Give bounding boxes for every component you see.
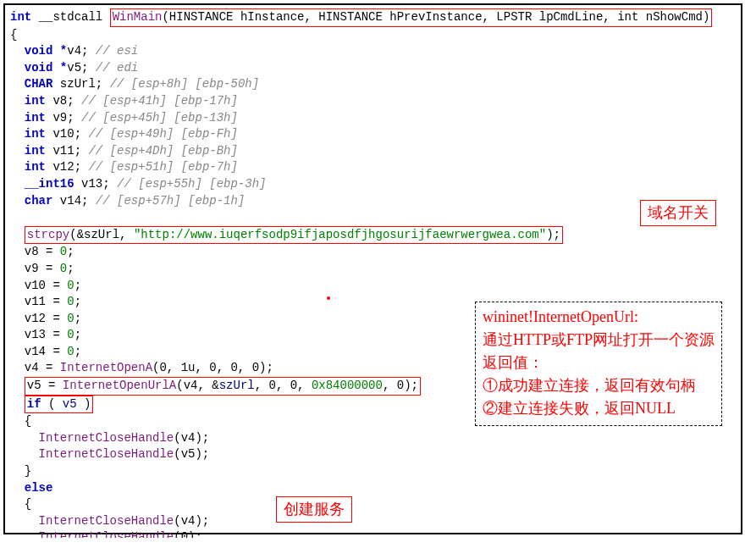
assign-v10: v10 = 0; xyxy=(10,278,736,295)
assign-v8: v8 = 0; xyxy=(10,244,736,261)
decl-v13: __int16 v13; // [esp+55h] [ebp-3h] xyxy=(10,176,736,193)
close-v4-b: InternetCloseHandle(v4); xyxy=(10,513,736,530)
openurl-box: v5 = InternetOpenUrlA(v4, &szUrl, 0, 0, … xyxy=(25,377,421,396)
decl-v10: int v10; // [esp+49h] [ebp-Fh] xyxy=(10,126,736,143)
assign-v9: v9 = 0; xyxy=(10,261,736,278)
decl-v4: void *v4; // esi xyxy=(10,43,736,60)
panel-l3: 返回值： xyxy=(483,351,715,374)
strcpy-box: strcpy(&szUrl, "http://www.iuqerfsodp9if… xyxy=(25,226,563,245)
close-0: InternetCloseHandle(0); xyxy=(10,529,736,538)
panel-l4: ①成功建立连接，返回有效句柄 xyxy=(483,374,715,397)
red-dot-icon xyxy=(327,296,330,300)
fn-signature-line: int __stdcall WinMain(HINSTANCE hInstanc… xyxy=(10,8,736,27)
decl-v5: void *v5; // edi xyxy=(10,60,736,77)
close-v4-a: InternetCloseHandle(v4); xyxy=(10,430,736,447)
decl-v8: int v8; // [esp+41h] [ebp-17h] xyxy=(10,93,736,110)
code-viewer: int __stdcall WinMain(HINSTANCE hInstanc… xyxy=(3,3,742,534)
decl-szurl: CHAR szUrl; // [esp+8h] [ebp-50h] xyxy=(10,76,736,93)
panel-l2: 通过HTTP或FTP网址打开一个资源 xyxy=(483,329,715,351)
close-v5: InternetCloseHandle(v5); xyxy=(10,446,736,463)
else-line: else xyxy=(10,480,736,497)
decl-v11: int v11; // [esp+4Dh] [ebp-Bh] xyxy=(10,143,736,160)
fn-name: WinMain xyxy=(113,10,163,24)
decl-v12: int v12; // [esp+51h] [ebp-7h] xyxy=(10,159,736,176)
decl-v9: int v9; // [esp+45h] [ebp-13h] xyxy=(10,110,736,127)
annotation-panel: wininet!InternetOpenUrl: 通过HTTP或FTP网址打开一… xyxy=(475,302,722,426)
if-box: if ( v5 ) xyxy=(25,396,94,414)
panel-l1: wininet!InternetOpenUrl: xyxy=(483,306,715,329)
fn-signature-box: WinMain(HINSTANCE hInstance, HINSTANCE h… xyxy=(110,8,713,27)
fn-params: (HINSTANCE hInstance, HINSTANCE hPrevIns… xyxy=(162,10,709,24)
label-domain-switch: 域名开关 xyxy=(640,200,716,226)
calling-conv: __stdcall xyxy=(39,10,103,24)
strcpy-line: strcpy(&szUrl, "http://www.iuqerfsodp9if… xyxy=(10,226,736,245)
if-brace-close: } xyxy=(10,463,736,480)
decl-v14: char v14; // [esp+57h] [ebp-1h] xyxy=(10,193,736,210)
panel-l5: ②建立连接失败，返回NULL xyxy=(483,397,715,420)
else-brace-open: { xyxy=(10,496,736,513)
ret-type: int xyxy=(10,10,31,24)
blank-line xyxy=(10,209,736,226)
brace-open: { xyxy=(10,27,736,44)
label-create-service: 创建服务 xyxy=(276,496,352,523)
